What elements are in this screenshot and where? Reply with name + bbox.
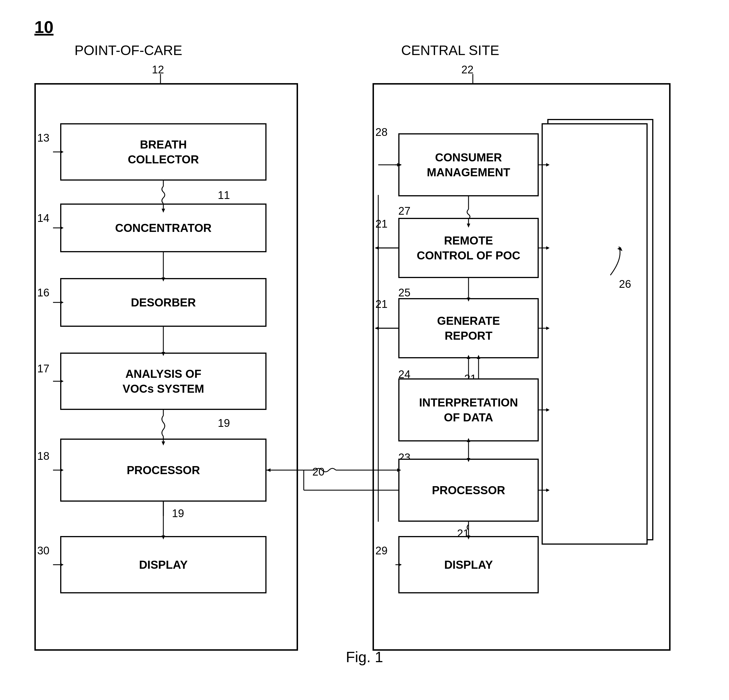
poc-display-box: DISPLAY [60,536,267,593]
central-processor-box: PROCESSOR [398,458,539,522]
ref-20: 20 [312,466,324,478]
analysis-vocs-box: ANALYSIS OFVOCs SYSTEM [60,352,267,410]
poc-label: POINT-OF-CARE [74,42,182,58]
desorber-box: DESORBER [60,278,267,327]
ref-28: 28 [375,126,388,138]
ref-19-lower: 19 [172,507,184,520]
ref-18: 18 [37,450,49,462]
ref-17: 17 [37,362,49,375]
ref-22: 22 [461,64,473,76]
ref-12: 12 [152,64,164,76]
central-display-box: DISPLAY [398,536,539,593]
diagram: 10 POINT-OF-CARE CENTRAL SITE 12 22 13 B… [0,0,729,700]
central-label: CENTRAL SITE [401,42,499,58]
shadow-box-1 [542,123,648,545]
ref-21-b: 21 [375,298,388,310]
poc-processor-box: PROCESSOR [60,439,267,502]
ref-21-a: 21 [375,218,388,230]
generate-report-box: GENERATEREPORT [398,298,539,358]
remote-control-box: REMOTECONTROL OF POC [398,218,539,278]
ref-29: 29 [375,545,388,557]
ref-16: 16 [37,287,49,299]
ref-13: 13 [37,132,49,144]
concentrator-box: CONCENTRATOR [60,204,267,252]
ref-30: 30 [37,545,49,557]
ref-27: 27 [398,205,410,217]
figure-label: Fig. 1 [346,648,383,666]
ref-19-upper: 19 [218,417,230,429]
ref-25: 25 [398,287,410,299]
diagram-id: 10 [34,17,54,37]
ref-11: 11 [218,189,230,202]
consumer-mgmt-box: CONSUMERMANAGEMENT [398,133,539,196]
breath-collector-box: BREATHCOLLECTOR [60,123,267,180]
ref-14: 14 [37,212,49,224]
interp-data-box: INTERPRETATIONOF DATA [398,378,539,441]
ref-26: 26 [619,278,631,290]
